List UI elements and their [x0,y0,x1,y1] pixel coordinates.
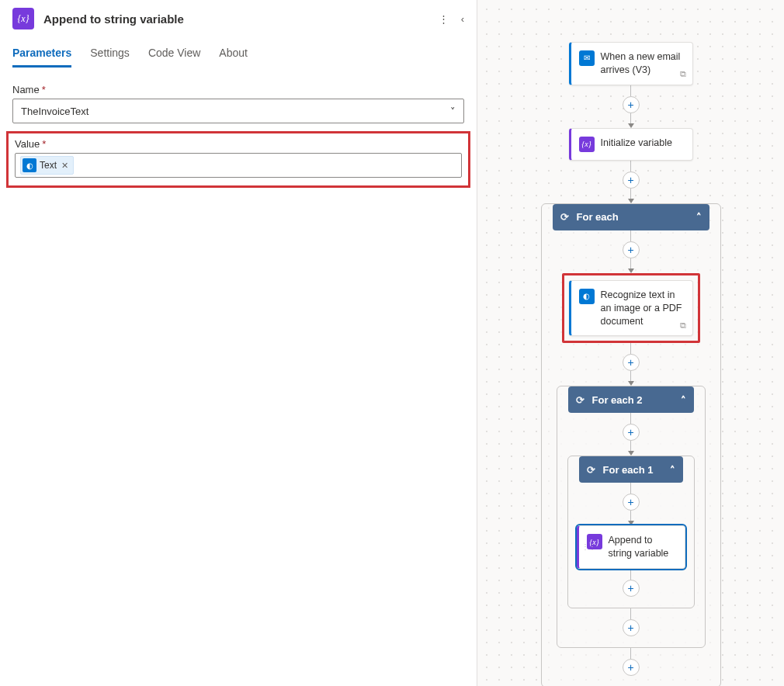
card-label: Recognize text in an image or a PDF docu… [601,289,683,328]
value-label: Value* [15,138,462,150]
arrow-down-icon [628,199,634,203]
loop-icon: ⟳ [576,394,585,406]
variable-icon: {x} [12,8,34,29]
tab-about[interactable]: About [219,47,248,68]
add-step-button[interactable]: + [623,96,640,113]
chevron-up-icon[interactable]: ˄ [696,211,702,223]
loop-icon: ⟳ [560,211,569,223]
panel-title: Append to string variable [43,12,429,26]
foreach2-title: For each 2 [592,394,643,406]
ocr-icon: ◐ [579,289,595,304]
dynamic-content-icon: ◐ [23,158,36,172]
card-append-string[interactable]: ⋮⋮ {x} Append to string variable [577,525,685,569]
foreach-header[interactable]: ⟳ For each ˄ [553,204,709,230]
foreach-title: For each [577,211,619,223]
value-input[interactable]: ◐ Text ✕ [15,153,462,178]
chevron-down-icon: ˅ [450,106,456,117]
card-email-trigger[interactable]: ✉ When a new email arrives (V3) ⧉ [569,42,693,85]
parameters-form: Name* TheInvoiceText ˅ Value* ◐ Text ✕ [0,68,477,203]
card-initialize-variable[interactable]: {x} Initialize variable [569,128,693,161]
tab-settings[interactable]: Settings [90,47,130,68]
variable-icon: {x} [579,137,595,152]
add-step-button[interactable]: + [623,424,640,441]
foreach-container: ⟳ For each ˄ + ◐ Recognize text in an im… [541,203,721,686]
token-label: Text [40,160,57,171]
add-step-button[interactable]: + [623,241,640,258]
foreach2-container: ⟳ For each 2 ˄ + ⟳ For each 1 ˄ + [557,386,706,648]
add-step-button[interactable]: + [623,494,640,511]
flow-canvas[interactable]: ✉ When a new email arrives (V3) ⧉ + {x} … [477,0,784,686]
foreach1-container: ⟳ For each 1 ˄ + ⋮⋮ {x} Append to string… [567,456,695,608]
email-icon: ✉ [579,50,595,66]
arrow-down-icon [628,123,634,128]
value-token-text[interactable]: ◐ Text ✕ [20,156,74,175]
arrow-down-icon [628,269,634,273]
foreach1-header[interactable]: ⟳ For each 1 ˄ [579,456,683,483]
name-label: Name* [12,84,464,95]
add-step-button[interactable]: + [623,172,640,189]
properties-panel: {x} Append to string variable ⋮ ‹ Parame… [0,0,477,686]
add-step-button[interactable]: + [623,580,640,597]
card-label: Append to string variable [609,534,675,560]
foreach2-header[interactable]: ⟳ For each 2 ˄ [568,386,694,413]
card-label: When a new email arrives (V3) [601,50,683,77]
card-label: Initialize variable [601,137,672,150]
drag-handle[interactable]: ⋮⋮ [581,542,595,553]
add-step-button[interactable]: + [623,659,640,676]
tab-code-view[interactable]: Code View [148,47,200,68]
tab-parameters[interactable]: Parameters [12,47,71,68]
value-field-highlight: Value* ◐ Text ✕ [6,131,470,188]
add-step-button[interactable]: + [623,354,640,371]
add-step-button[interactable]: + [623,619,640,636]
link-icon: ⧉ [680,68,686,80]
collapse-panel-button[interactable]: ‹ [461,13,464,25]
name-select[interactable]: TheInvoiceText ˅ [12,99,464,123]
panel-header: {x} Append to string variable ⋮ ‹ [0,0,477,37]
foreach1-title: For each 1 [603,464,654,476]
more-options-button[interactable]: ⋮ [439,13,449,25]
card-recognize-text[interactable]: ◐ Recognize text in an image or a PDF do… [569,280,693,337]
ocr-card-highlight: ◐ Recognize text in an image or a PDF do… [562,273,700,344]
link-icon: ⧉ [680,320,686,331]
name-selected-value: TheInvoiceText [21,106,88,117]
chevron-up-icon[interactable]: ˄ [681,394,686,406]
flow-column: ✉ When a new email arrives (V3) ⧉ + {x} … [557,42,705,686]
chevron-up-icon[interactable]: ˄ [670,464,675,476]
panel-tabs: Parameters Settings Code View About [0,37,477,68]
token-remove-button[interactable]: ✕ [60,161,70,171]
loop-icon: ⟳ [587,464,595,476]
